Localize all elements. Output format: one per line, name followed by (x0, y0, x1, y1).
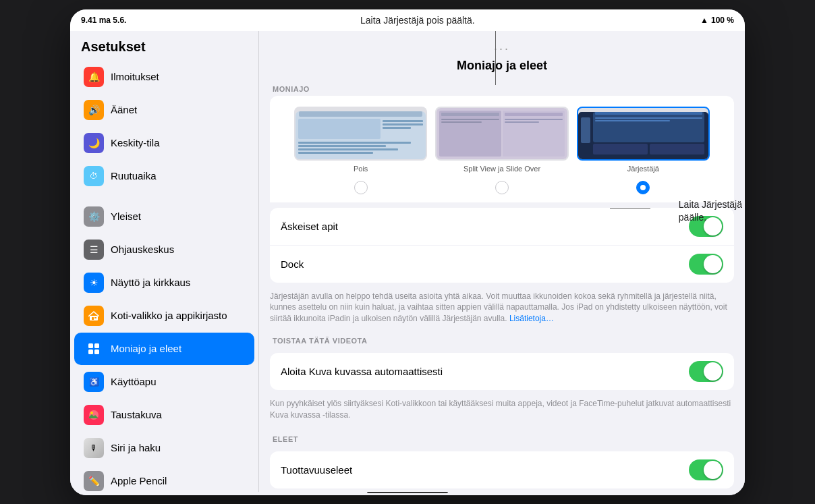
siri-icon: 🎙 (84, 438, 104, 458)
svg-rect-4 (94, 343, 99, 348)
detail-pane: ··· Moniajo ja eleet MONIAJO (259, 31, 745, 492)
settings-row-dock: Dock (270, 246, 734, 283)
svg-rect-3 (88, 343, 93, 348)
svg-rect-2 (94, 317, 96, 318)
koti-icon (84, 306, 104, 326)
keskity-icon: 🌙 (84, 133, 104, 153)
toggle-dock[interactable] (689, 254, 723, 275)
aanet-icon: 🔊 (84, 100, 104, 120)
radio-split-view[interactable] (435, 181, 568, 194)
svg-rect-1 (92, 317, 94, 320)
settings-group-toggles: Äskeiset apit Dock (270, 208, 734, 283)
ruutuaika-icon: ⏱ (84, 166, 104, 186)
auto-kuva-desc: Kun pyyhkäiset ylös siirtyäksesi Koti-va… (259, 395, 745, 428)
sidebar-item-keskity[interactable]: 🌙 Keskity-tila (74, 127, 254, 159)
sidebar-item-aanet[interactable]: 🔊 Äänet (74, 94, 254, 126)
toggle-tuottavuuseleet[interactable] (689, 459, 723, 480)
sidebar-item-koti[interactable]: Koti-valikko ja appikirjasto (74, 300, 254, 332)
ipad-frame: 9.41 ma 5.6. ▲ 100 % Asetukset 🔔 Ilmoitu… (70, 9, 745, 495)
multitask-thumbnail-pois (294, 107, 427, 161)
wifi-icon: ▲ (700, 16, 708, 25)
yleiset-icon: ⚙️ (84, 206, 104, 227)
multitask-option-split-view[interactable]: Split View ja Slide Over (435, 107, 568, 173)
kayttoapu-icon: ♿ (84, 372, 104, 392)
section-moniajo-label: MONIAJO (259, 80, 745, 96)
sidebar-item-ohjauskeskus[interactable]: ☰ Ohjauskeskus (74, 233, 254, 266)
settings-group-eleet: Tuottavuuseleet (270, 451, 734, 488)
settings-row-askeiset: Äskeiset apit (270, 208, 734, 246)
settings-group-kuva: Aloita Kuva kuvassa automaattisesti (270, 353, 734, 390)
svg-rect-5 (88, 349, 93, 354)
svg-rect-6 (94, 349, 99, 354)
section-eleet-label: ELEET (259, 427, 745, 446)
sidebar-item-kayttoapu[interactable]: ♿ Käyttöapu (74, 366, 254, 398)
multitask-options: Pois (281, 101, 723, 181)
sidebar-item-ruutuaika[interactable]: ⏱ Ruutuaika (74, 160, 254, 192)
taustakuva-icon (84, 405, 104, 425)
main-content: Asetukset 🔔 Ilmoitukset 🔊 Äänet 🌙 Keskit… (70, 31, 745, 492)
status-time: 9.41 ma 5.6. (81, 16, 126, 25)
ilmoitukset-icon: 🔔 (84, 67, 104, 87)
lisatietoja-link[interactable]: Lisätietoja… (509, 314, 554, 323)
sidebar-item-siri[interactable]: 🎙 Siri ja haku (74, 432, 254, 464)
sidebar-item-naytto[interactable]: ☀ Näyttö ja kirkkaus (74, 267, 254, 299)
toggle-auto-kuva[interactable] (689, 361, 723, 382)
section-toistaa-label: TOISTAA TÄTÄ VIDEOTA (259, 331, 745, 347)
annotation-top: Laita Järjestäjä pois päältä. (360, 15, 475, 26)
sidebar-item-taustakuva[interactable]: Taustakuva (74, 399, 254, 431)
radio-pois[interactable] (294, 181, 427, 194)
ohjauskeskus-icon: ☰ (84, 240, 104, 260)
multitask-option-pois[interactable]: Pois (294, 107, 427, 173)
svg-point-8 (90, 412, 93, 414)
radio-row (281, 181, 723, 202)
battery-indicator: 100 % (711, 16, 734, 25)
detail-header: ··· Moniajo ja eleet (259, 31, 745, 80)
moniajo-icon (84, 339, 104, 359)
sidebar-header: Asetukset (70, 31, 258, 60)
sidebar: Asetukset 🔔 Ilmoitukset 🔊 Äänet 🌙 Keskit… (70, 31, 259, 492)
sidebar-item-moniajo[interactable]: Moniajo ja eleet (74, 333, 254, 365)
sidebar-item-ilmoitukset[interactable]: 🔔 Ilmoitukset (74, 61, 254, 93)
detail-title: Moniajo ja eleet (273, 59, 731, 73)
naytto-icon: ☀ (84, 273, 104, 293)
multitask-option-jarjestaja[interactable]: Järjestäjä (577, 107, 710, 173)
status-icons: ▲ 100 % (700, 16, 734, 25)
settings-row-auto-kuva: Aloita Kuva kuvassa automaattisesti (270, 353, 734, 390)
description-text: Järjestäjän avulla on helppo tehdä useit… (259, 288, 745, 331)
sidebar-item-yleiset[interactable]: ⚙️ Yleiset (74, 200, 254, 233)
annotation-right: Laita Järjestäjäpäälle. (679, 198, 742, 225)
apple-pencil-icon: ✏️ (84, 471, 104, 491)
settings-row-tuottavuuseleet: Tuottavuuseleet (270, 451, 734, 488)
multitask-thumbnail-jarjestaja (577, 107, 710, 161)
multitask-thumbnail-split (435, 107, 568, 161)
home-indicator (70, 492, 745, 495)
sidebar-item-apple-pencil[interactable]: ✏️ Apple Pencil (74, 465, 254, 492)
radio-jarjestaja[interactable] (577, 181, 710, 194)
multitask-options-container: Pois (270, 96, 734, 202)
detail-dots: ··· (273, 42, 731, 56)
